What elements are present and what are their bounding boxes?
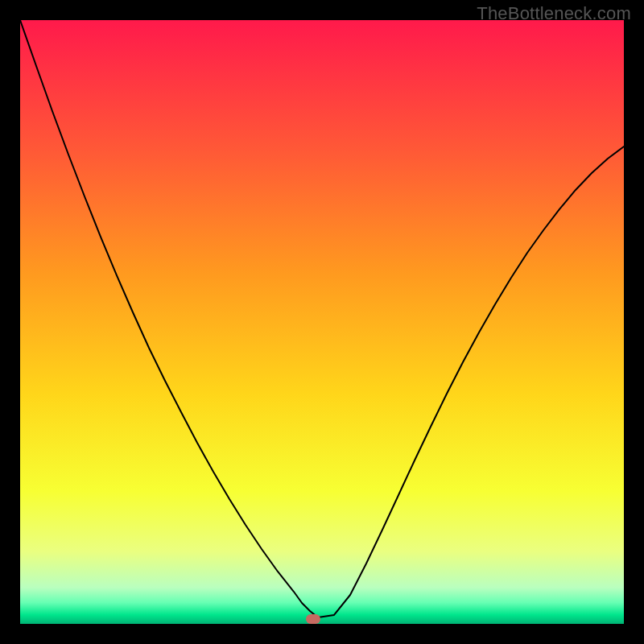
bottleneck-curve-path xyxy=(20,20,624,617)
plot-area xyxy=(20,20,624,624)
optimal-point-marker xyxy=(306,614,320,624)
chart-stage: TheBottleneck.com xyxy=(0,0,644,644)
curve-layer xyxy=(20,20,624,624)
